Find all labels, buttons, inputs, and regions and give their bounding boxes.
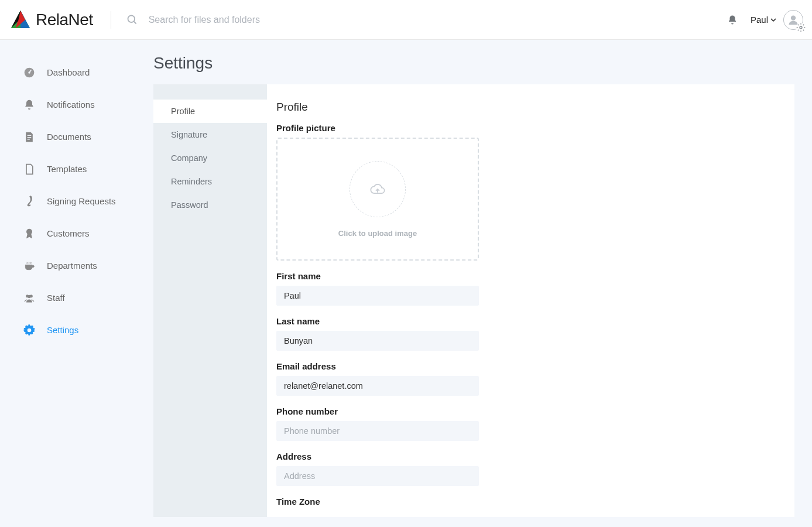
svg-point-6	[791, 15, 796, 20]
search-input[interactable]	[149, 15, 383, 25]
tab-reminders[interactable]: Reminders	[153, 170, 267, 193]
sidebar-item-signing-requests[interactable]: Signing Requests	[0, 185, 153, 217]
sidebar-item-label: Signing Requests	[47, 196, 116, 206]
label-first-name: First name	[276, 271, 794, 281]
sidebar-item-label: Customers	[47, 228, 90, 238]
avatar[interactable]	[783, 10, 803, 30]
svg-point-17	[28, 295, 30, 297]
document-icon	[23, 131, 35, 143]
settings-card: Profile Signature Company Reminders Pass…	[153, 84, 794, 517]
sidebar-item-dashboard[interactable]: Dashboard	[0, 56, 153, 88]
signature-icon	[23, 196, 35, 207]
user-menu[interactable]: Paul	[751, 10, 803, 30]
sidebar-item-label: Departments	[47, 261, 97, 271]
label-address: Address	[276, 451, 794, 461]
gauge-icon	[23, 67, 35, 78]
gear-icon	[796, 23, 806, 32]
award-icon	[23, 228, 35, 239]
settings-tabs: Profile Signature Company Reminders Pass…	[153, 84, 267, 517]
sidebar: Dashboard Notifications Documents Templa…	[0, 40, 153, 527]
header: RelaNet Paul	[0, 0, 812, 40]
profile-pane: Profile Profile picture Click to upload …	[267, 84, 794, 517]
label-phone: Phone number	[276, 406, 794, 416]
section-title: Profile	[276, 101, 794, 114]
tab-signature[interactable]: Signature	[153, 123, 267, 146]
upload-text: Click to upload image	[338, 229, 417, 238]
logo[interactable]: RelaNet	[9, 8, 93, 32]
phone-field[interactable]	[276, 421, 479, 441]
email-field[interactable]	[276, 376, 479, 396]
people-icon	[23, 292, 35, 304]
svg-rect-12	[28, 137, 32, 138]
notification-icon[interactable]	[727, 15, 738, 25]
label-last-name: Last name	[276, 316, 794, 326]
label-email: Email address	[276, 361, 794, 371]
page-title: Settings	[153, 40, 794, 84]
sidebar-item-label: Documents	[47, 132, 91, 142]
last-name-field[interactable]	[276, 331, 479, 351]
tab-company[interactable]: Company	[153, 146, 267, 170]
first-name-field[interactable]	[276, 286, 479, 306]
template-icon	[23, 163, 35, 175]
main-content: Settings Profile Signature Company Remin…	[153, 40, 812, 527]
sidebar-item-customers[interactable]: Customers	[0, 217, 153, 249]
separator	[111, 11, 111, 29]
sidebar-item-label: Notifications	[47, 100, 95, 109]
svg-point-7	[800, 26, 802, 29]
tab-profile[interactable]: Profile	[153, 100, 267, 123]
upload-dropzone[interactable]: Click to upload image	[276, 138, 479, 261]
logo-text: RelaNet	[36, 11, 93, 29]
svg-line-5	[133, 21, 136, 23]
sidebar-item-label: Templates	[47, 164, 87, 174]
sidebar-item-notifications[interactable]: Notifications	[0, 88, 153, 121]
chevron-down-icon	[770, 17, 776, 23]
logo-icon	[9, 8, 32, 32]
label-profile-picture: Profile picture	[276, 123, 794, 133]
sidebar-item-departments[interactable]: Departments	[0, 249, 153, 282]
tab-password[interactable]: Password	[153, 193, 267, 217]
address-field[interactable]	[276, 466, 479, 486]
svg-point-14	[26, 228, 32, 234]
cloud-upload-icon	[369, 181, 386, 197]
sidebar-item-settings[interactable]: Settings	[0, 314, 153, 346]
user-name: Paul	[751, 15, 768, 25]
sidebar-item-label: Settings	[47, 325, 78, 335]
svg-rect-11	[28, 135, 32, 135]
sidebar-item-label: Dashboard	[47, 67, 90, 77]
sidebar-item-label: Staff	[47, 293, 65, 303]
sidebar-item-templates[interactable]: Templates	[0, 153, 153, 185]
coffee-icon	[23, 260, 35, 272]
search-bar	[116, 14, 727, 26]
sidebar-item-documents[interactable]: Documents	[0, 121, 153, 153]
svg-rect-13	[28, 139, 30, 139]
label-timezone: Time Zone	[276, 497, 794, 507]
svg-point-4	[128, 15, 135, 22]
sidebar-item-staff[interactable]: Staff	[0, 282, 153, 314]
search-icon	[126, 14, 138, 26]
bell-icon	[23, 99, 35, 111]
gear-icon	[23, 324, 35, 336]
